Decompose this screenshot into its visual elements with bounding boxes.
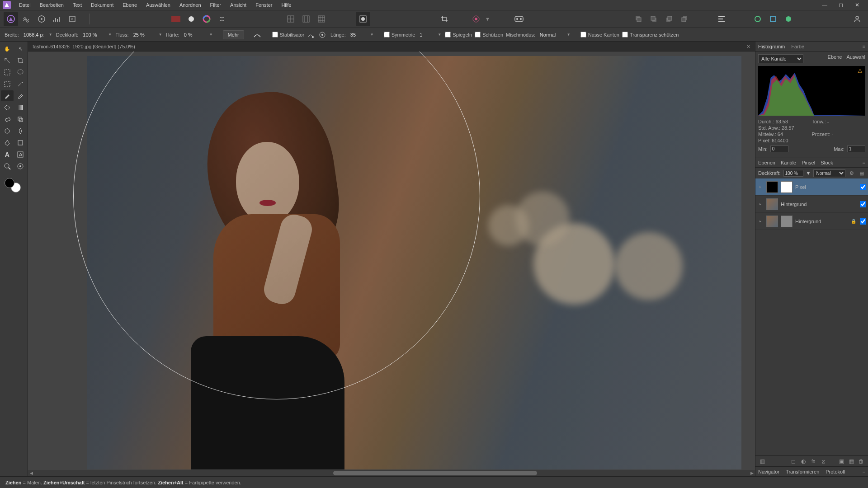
symmetry-dropdown[interactable]: ▼: [437, 33, 442, 37]
pen-tool[interactable]: [1, 137, 14, 148]
photo-persona-button[interactable]: [4, 12, 18, 26]
hardness-dropdown[interactable]: ▼: [208, 33, 214, 37]
warning-icon[interactable]: ⚠: [858, 68, 863, 74]
menu-anordnen[interactable]: Anordnen: [175, 1, 206, 9]
live-filter-icon[interactable]: ⧖: [819, 457, 827, 465]
tab-farbe[interactable]: Farbe: [791, 44, 804, 49]
scrollbar-thumb[interactable]: [333, 471, 537, 475]
tab-histogram[interactable]: Histogramm: [758, 44, 785, 49]
opacity-dropdown[interactable]: ▼: [107, 33, 113, 37]
menu-ebene[interactable]: Ebene: [118, 1, 142, 9]
tab-transform[interactable]: Transformieren: [786, 469, 819, 474]
length-input[interactable]: [349, 31, 367, 38]
export-persona-button[interactable]: [65, 12, 80, 26]
layer-gear-icon[interactable]: ⚙: [848, 169, 855, 177]
hist-auswahl-link[interactable]: Auswahl: [846, 54, 865, 60]
arrange-back-icon[interactable]: [631, 12, 646, 26]
layer-opacity-drop[interactable]: ▼: [806, 170, 811, 176]
flow-input[interactable]: [132, 31, 155, 38]
liquify-persona-button[interactable]: [19, 12, 33, 26]
expand-icon[interactable]: ▸: [757, 219, 764, 223]
text-tool[interactable]: A: [1, 149, 14, 160]
marquee-tool[interactable]: [1, 79, 14, 89]
layer-thumbnail[interactable]: [766, 216, 778, 227]
layer-mask[interactable]: [781, 181, 793, 193]
canvas[interactable]: [28, 52, 755, 470]
channel-select[interactable]: Alle Kanäle: [758, 54, 803, 63]
blur-tool[interactable]: [14, 126, 27, 136]
selection-tool[interactable]: [1, 67, 14, 78]
vr-icon[interactable]: [512, 12, 526, 26]
mirror-checkbox[interactable]: Spiegeln: [445, 32, 472, 38]
color-swatch[interactable]: [1, 176, 27, 194]
window-maximize-button[interactable]: ◻: [833, 0, 849, 10]
symmetry-input[interactable]: [418, 31, 434, 38]
wet-checkbox[interactable]: Nasse Kanten: [580, 32, 619, 38]
tab-stock[interactable]: Stock: [821, 160, 833, 165]
lock-icon[interactable]: 🔒: [851, 219, 857, 224]
group-layer-icon[interactable]: ▣: [837, 457, 845, 465]
snap1-icon[interactable]: [750, 12, 765, 26]
menu-hilfe[interactable]: Hilfe: [277, 1, 296, 9]
tab-kanaele[interactable]: Kanäle: [781, 160, 796, 165]
paint-brush-tool[interactable]: [1, 90, 14, 101]
snap3-icon[interactable]: [781, 12, 796, 26]
picker-tool[interactable]: [14, 161, 27, 172]
crop-tool-icon[interactable]: [437, 12, 452, 26]
move-tool[interactable]: ↖: [14, 43, 27, 54]
menu-dokument[interactable]: Dokument: [86, 1, 118, 9]
color-wheel-icon[interactable]: [199, 12, 214, 26]
clone-tool[interactable]: [14, 114, 27, 125]
brush-shape-icon[interactable]: [184, 12, 198, 26]
hand-tool[interactable]: ✋: [1, 43, 14, 54]
symmetry-checkbox[interactable]: Symmetrie: [384, 32, 415, 38]
tone-persona-button[interactable]: [50, 12, 64, 26]
blend-dropdown[interactable]: ▼: [566, 33, 571, 37]
node-tool[interactable]: [1, 55, 14, 66]
expand-icon[interactable]: ▸: [757, 185, 764, 189]
layer-thumbnail[interactable]: [766, 198, 778, 210]
layer-name[interactable]: Pixel: [795, 184, 857, 190]
account-icon[interactable]: [850, 12, 864, 26]
layer-opacity-input[interactable]: [783, 170, 803, 177]
scroll-left-icon[interactable]: ◀: [28, 471, 34, 475]
layer-visibility-icon[interactable]: [860, 218, 866, 225]
menu-fenster[interactable]: Fenster: [251, 1, 277, 9]
layer-panel-icon[interactable]: ▥: [758, 457, 766, 465]
snap2-icon[interactable]: [766, 12, 780, 26]
tab-navigator[interactable]: Navigator: [758, 469, 779, 474]
min-input[interactable]: [770, 145, 788, 152]
window-close-button[interactable]: ✕: [849, 0, 865, 10]
gradient-tool[interactable]: [14, 102, 27, 113]
blend-input[interactable]: [538, 31, 563, 38]
document-tab[interactable]: fashion-6146328_1920.jpg [Geändert] (75.…: [28, 42, 755, 52]
develop-persona-button[interactable]: [34, 12, 49, 26]
menu-auswaehlen[interactable]: Auswählen: [142, 1, 175, 9]
layer-mask[interactable]: [781, 216, 793, 227]
bottom-options-icon[interactable]: ≡: [863, 469, 865, 474]
arrange-forward-icon[interactable]: [662, 12, 676, 26]
flow-dropdown[interactable]: ▼: [158, 33, 163, 37]
grid2-icon[interactable]: [299, 12, 313, 26]
window-minimize-button[interactable]: —: [816, 0, 833, 10]
close-tab-icon[interactable]: ×: [747, 43, 750, 50]
arrange-front-icon[interactable]: [677, 12, 692, 26]
menu-bearbeiten[interactable]: Bearbeiten: [35, 1, 68, 9]
zoom-tool[interactable]: [1, 161, 14, 172]
layer-blend-select[interactable]: Normal: [813, 169, 845, 177]
layer-item[interactable]: ▸ Hintergrund: [755, 196, 868, 213]
delete-layer-icon[interactable]: 🗑: [857, 457, 865, 465]
stabilizer-checkbox[interactable]: Stabilisator: [272, 32, 304, 38]
crop-tool[interactable]: [14, 55, 27, 66]
width-dropdown[interactable]: ▼: [48, 33, 53, 37]
layers-options-icon[interactable]: ≡: [863, 160, 865, 165]
width-input[interactable]: [22, 31, 45, 38]
arrange-backward-icon[interactable]: [646, 12, 661, 26]
add-layer-icon[interactable]: ▦: [847, 457, 855, 465]
hardness-input[interactable]: [182, 31, 206, 38]
quickmask-icon[interactable]: [356, 12, 370, 26]
grid3-icon[interactable]: [314, 12, 329, 26]
layer-thumbnail[interactable]: [766, 181, 778, 193]
trans-checkbox[interactable]: Transparenz schützen: [622, 32, 679, 38]
max-input[interactable]: [847, 145, 865, 152]
